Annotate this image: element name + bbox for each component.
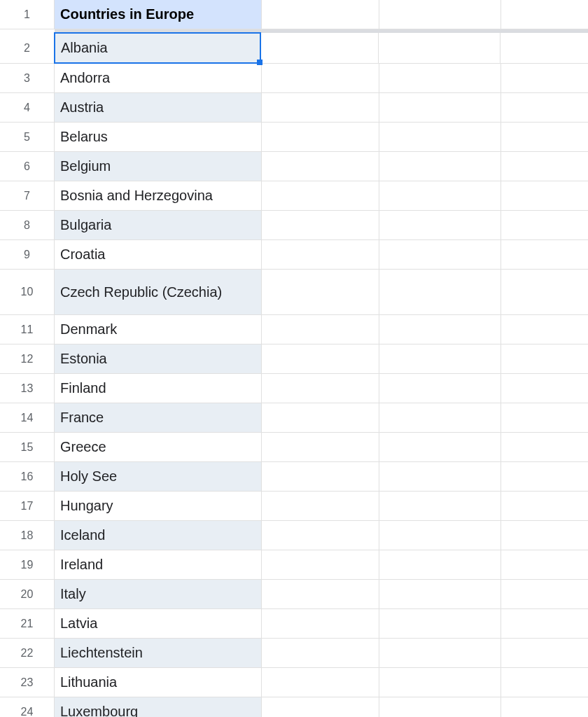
- cell-country[interactable]: Andorra: [55, 64, 262, 92]
- empty-cell[interactable]: [262, 93, 379, 122]
- empty-cell[interactable]: [379, 580, 501, 608]
- empty-cell[interactable]: [379, 344, 501, 373]
- row-header[interactable]: 13: [0, 374, 55, 403]
- cell-country[interactable]: Belarus: [55, 123, 262, 151]
- empty-cell[interactable]: [501, 609, 588, 638]
- empty-cell[interactable]: [500, 33, 587, 63]
- empty-cell[interactable]: [379, 697, 501, 717]
- empty-cell[interactable]: [262, 433, 379, 461]
- empty-cell[interactable]: [262, 403, 379, 432]
- empty-cell[interactable]: [501, 270, 588, 314]
- header-cell[interactable]: Countries in Europe: [55, 0, 262, 29]
- empty-cell[interactable]: [261, 33, 379, 63]
- row-header[interactable]: 21: [0, 609, 55, 638]
- empty-cell[interactable]: [379, 315, 501, 344]
- empty-cell[interactable]: [501, 344, 588, 373]
- empty-cell[interactable]: [501, 492, 588, 520]
- empty-cell[interactable]: [501, 433, 588, 461]
- cell-country[interactable]: Estonia: [55, 344, 262, 373]
- row-header[interactable]: 15: [0, 433, 55, 461]
- empty-cell[interactable]: [379, 550, 501, 579]
- empty-cell[interactable]: [501, 668, 588, 697]
- empty-cell[interactable]: [501, 181, 588, 210]
- empty-cell[interactable]: [501, 403, 588, 432]
- empty-cell[interactable]: [262, 344, 379, 373]
- empty-cell[interactable]: [262, 697, 379, 717]
- empty-cell[interactable]: [501, 697, 588, 717]
- empty-cell[interactable]: [501, 580, 588, 608]
- empty-cell[interactable]: [501, 374, 588, 403]
- cell-country[interactable]: Austria: [55, 93, 262, 122]
- row-header[interactable]: 5: [0, 123, 55, 151]
- row-header[interactable]: 19: [0, 550, 55, 579]
- row-header[interactable]: 20: [0, 580, 55, 608]
- row-header[interactable]: 22: [0, 639, 55, 667]
- row-header[interactable]: 10: [0, 270, 55, 314]
- cell-country[interactable]: Lithuania: [55, 668, 262, 697]
- empty-cell[interactable]: [379, 521, 501, 550]
- cell-country[interactable]: Italy: [55, 580, 262, 608]
- cell-country[interactable]: Greece: [55, 433, 262, 461]
- empty-cell[interactable]: [501, 93, 588, 122]
- empty-cell[interactable]: [379, 492, 501, 520]
- cell-country[interactable]: Denmark: [55, 315, 262, 344]
- empty-cell[interactable]: [262, 64, 379, 92]
- empty-cell[interactable]: [501, 240, 588, 269]
- row-header[interactable]: 17: [0, 492, 55, 520]
- empty-cell[interactable]: [379, 433, 501, 461]
- row-header[interactable]: 16: [0, 462, 55, 491]
- empty-cell[interactable]: [379, 668, 501, 697]
- empty-cell[interactable]: [379, 123, 501, 151]
- cell-country[interactable]: Ireland: [55, 550, 262, 579]
- empty-cell[interactable]: [379, 211, 501, 239]
- empty-cell[interactable]: [379, 639, 501, 667]
- row-header[interactable]: 8: [0, 211, 55, 239]
- empty-cell[interactable]: [501, 462, 588, 491]
- cell-country[interactable]: Hungary: [55, 492, 262, 520]
- cell-country[interactable]: Belgium: [55, 152, 262, 181]
- row-header[interactable]: 7: [0, 181, 55, 210]
- cell-country[interactable]: Latvia: [55, 609, 262, 638]
- cell-country[interactable]: Croatia: [55, 240, 262, 269]
- empty-cell[interactable]: [262, 580, 379, 608]
- empty-cell[interactable]: [262, 315, 379, 344]
- empty-cell[interactable]: [501, 315, 588, 344]
- row-header[interactable]: 23: [0, 668, 55, 697]
- empty-cell[interactable]: [501, 64, 588, 92]
- empty-cell[interactable]: [379, 64, 501, 92]
- empty-cell[interactable]: [262, 639, 379, 667]
- cell-country[interactable]: Finland: [55, 374, 262, 403]
- empty-cell[interactable]: [262, 462, 379, 491]
- empty-cell[interactable]: [262, 211, 379, 239]
- cell-country[interactable]: Albania: [54, 32, 261, 64]
- empty-cell[interactable]: [262, 240, 379, 269]
- cell-country[interactable]: Luxembourg: [55, 697, 262, 717]
- row-header[interactable]: 6: [0, 152, 55, 181]
- cell-country[interactable]: Bosnia and Herzegovina: [55, 181, 262, 210]
- row-header[interactable]: 14: [0, 403, 55, 432]
- empty-cell[interactable]: [379, 33, 500, 63]
- empty-cell[interactable]: [379, 181, 501, 210]
- cell-country[interactable]: France: [55, 403, 262, 432]
- row-header[interactable]: 1: [0, 0, 55, 29]
- row-header[interactable]: 2: [0, 33, 55, 63]
- empty-cell[interactable]: [379, 0, 501, 29]
- cell-country[interactable]: Liechtenstein: [55, 639, 262, 667]
- empty-cell[interactable]: [262, 270, 379, 314]
- empty-cell[interactable]: [379, 270, 501, 314]
- row-header[interactable]: 24: [0, 697, 55, 717]
- empty-cell[interactable]: [379, 462, 501, 491]
- row-header[interactable]: 11: [0, 315, 55, 344]
- empty-cell[interactable]: [501, 123, 588, 151]
- empty-cell[interactable]: [501, 521, 588, 550]
- cell-country[interactable]: Bulgaria: [55, 211, 262, 239]
- cell-country[interactable]: Iceland: [55, 521, 262, 550]
- empty-cell[interactable]: [262, 668, 379, 697]
- empty-cell[interactable]: [379, 374, 501, 403]
- empty-cell[interactable]: [262, 521, 379, 550]
- empty-cell[interactable]: [379, 93, 501, 122]
- row-header[interactable]: 12: [0, 344, 55, 373]
- cell-country[interactable]: Czech Republic (Czechia): [55, 270, 262, 314]
- empty-cell[interactable]: [379, 152, 501, 181]
- empty-cell[interactable]: [262, 181, 379, 210]
